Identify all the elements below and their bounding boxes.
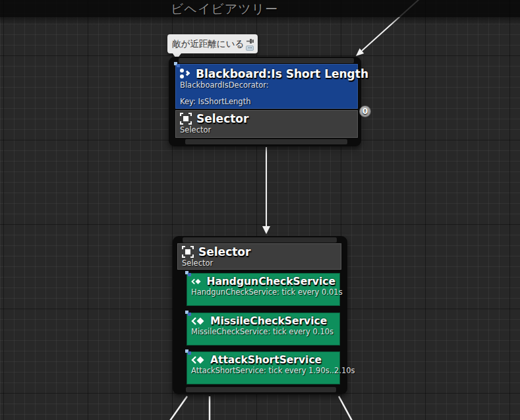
composite-selector-section[interactable]: Selector Selector xyxy=(175,110,358,138)
wire-selector-child-left[interactable] xyxy=(170,396,187,420)
behavior-tree-graph-canvas[interactable]: ビヘイビアツリー 敵が近距離にいる Blackboard:Is Short Le… xyxy=(0,0,520,420)
service-icon xyxy=(191,316,206,326)
blue-breakpoint-square-icon xyxy=(185,349,192,355)
service-section[interactable]: HandgunCheckService HandgunCheckService:… xyxy=(187,273,340,306)
wire-decorator-to-selector-node[interactable] xyxy=(262,147,270,234)
node-input-pin-bar[interactable] xyxy=(183,237,337,243)
service-section[interactable]: MissileCheckService MissileCheckService:… xyxy=(187,313,340,345)
decorator-subtitle: BlackboardIsDecorator: xyxy=(180,80,353,90)
node-input-pin-bar[interactable] xyxy=(179,58,354,63)
graph-title: ビヘイビアツリー xyxy=(171,1,278,18)
service-title: AttackShortService xyxy=(210,354,322,366)
child-index-badge: 0 xyxy=(359,105,371,117)
service-title: MissileCheckService xyxy=(210,315,327,327)
service-subtitle: HandgunCheckService: tick every 0.01s xyxy=(191,287,335,297)
node-output-pin-bar[interactable] xyxy=(186,387,336,392)
comment-text[interactable]: 敵が近距離にいる xyxy=(172,38,244,50)
service-title: HandgunCheckService xyxy=(206,276,335,287)
wire-selector-child-right[interactable] xyxy=(339,396,352,420)
selector-node[interactable]: Selector Selector HandgunCheckService Ha… xyxy=(173,236,347,394)
decorator-title: Blackboard:Is Short Length xyxy=(196,67,368,80)
composite-subtitle: Selector xyxy=(182,258,337,268)
pin-icon[interactable] xyxy=(246,38,254,45)
blue-breakpoint-square-icon xyxy=(185,271,192,276)
decorator-key: Key: IsShortLength xyxy=(180,97,250,106)
decorator-node[interactable]: Blackboard:Is Short Length BlackboardIsD… xyxy=(169,57,361,146)
decorator-condition-icon xyxy=(180,68,191,80)
service-icon xyxy=(191,277,202,286)
composite-title: Selector xyxy=(198,245,250,258)
service-icon xyxy=(191,355,206,365)
composite-title: Selector xyxy=(196,112,248,125)
blue-breakpoint-square-icon xyxy=(174,62,181,67)
composite-subtitle: Selector xyxy=(180,125,353,135)
service-subtitle: MissileCheckService: tick every 0.10s xyxy=(191,327,335,336)
graph-header-fade xyxy=(0,17,520,25)
decorator-section[interactable]: Blackboard:Is Short Length BlackboardIsD… xyxy=(175,64,358,109)
composite-brackets-icon xyxy=(180,113,192,125)
comment-bubble[interactable]: 敵が近距離にいる xyxy=(167,34,258,53)
service-section[interactable]: AttackShortService AttackShortService: t… xyxy=(187,351,340,384)
composite-selector-section[interactable]: Selector Selector xyxy=(177,243,341,270)
service-subtitle: AttackShortService: tick every 1.90s..2.… xyxy=(191,366,335,375)
blue-breakpoint-square-icon xyxy=(185,311,192,316)
node-output-pin-bar[interactable] xyxy=(185,139,347,144)
composite-brackets-icon xyxy=(182,246,194,258)
comment-bubble-toggle-icon[interactable] xyxy=(246,45,254,51)
